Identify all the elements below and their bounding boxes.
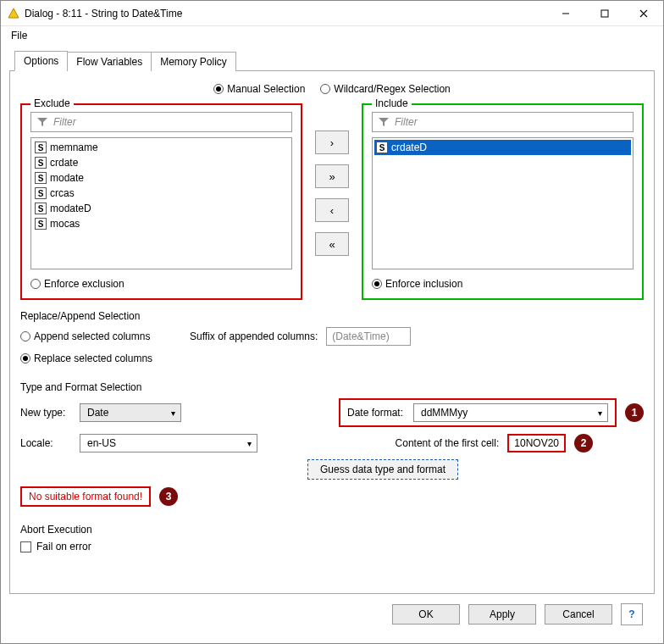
filter-icon — [378, 116, 390, 128]
new-type-combo[interactable]: Date ▾ — [80, 403, 181, 422]
annotation-1: 1 — [625, 403, 644, 422]
string-type-icon: S — [35, 218, 47, 230]
guess-format-label: Guess data type and format — [320, 464, 445, 475]
column-select-area: Exclude Filter Smemname Scrdate Smodate … — [20, 103, 644, 300]
help-icon: ? — [628, 608, 634, 620]
fail-on-error-label: Fail on error — [36, 541, 91, 552]
enforce-exclusion-label: Enforce exclusion — [44, 278, 125, 290]
maximize-button[interactable] — [585, 1, 624, 25]
exclude-list[interactable]: Smemname Scrdate Smodate Scrcas SmodateD… — [30, 137, 292, 269]
include-panel: Include Filter ScrdateD Enforce inclusio… — [362, 103, 644, 300]
radio-enforce-inclusion[interactable]: Enforce inclusion — [372, 278, 634, 290]
close-button[interactable] — [624, 1, 663, 25]
ok-label: OK — [418, 608, 433, 620]
double-chevron-left-icon: « — [329, 238, 335, 251]
radio-dot-icon — [372, 279, 382, 289]
apply-label: Apply — [490, 608, 515, 620]
move-all-right-button[interactable]: » — [315, 164, 349, 188]
radio-enforce-exclusion[interactable]: Enforce exclusion — [30, 278, 292, 290]
abort-legend: Abort Execution — [20, 524, 644, 536]
ok-button[interactable]: OK — [392, 604, 460, 625]
radio-manual-selection[interactable]: Manual Selection — [213, 83, 305, 95]
locale-combo[interactable]: en-US ▾ — [80, 434, 257, 452]
list-item[interactable]: Smocas — [33, 216, 290, 231]
first-cell-label: Content of the first cell: — [396, 437, 500, 449]
radio-wildcard-selection[interactable]: Wildcard/Regex Selection — [320, 83, 450, 95]
string-type-icon: S — [35, 203, 47, 214]
exclude-legend: Exclude — [30, 97, 74, 109]
content-area: Options Flow Variables Memory Policy Man… — [1, 45, 663, 643]
help-button[interactable]: ? — [621, 603, 643, 625]
radio-wildcard-label: Wildcard/Regex Selection — [334, 83, 450, 95]
abort-section: Abort Execution Fail on error — [20, 524, 644, 559]
apply-button[interactable]: Apply — [468, 604, 536, 625]
type-format-section: Type and Format Selection New type: Date… — [20, 381, 644, 514]
checkbox-icon — [20, 541, 31, 552]
exclude-filter-placeholder: Filter — [53, 116, 76, 128]
list-item-label: crdate — [50, 157, 78, 169]
move-left-button[interactable]: ‹ — [315, 198, 349, 222]
new-type-value: Date — [87, 407, 171, 419]
move-right-button[interactable]: › — [315, 130, 349, 154]
svg-marker-5 — [37, 118, 47, 126]
string-type-icon: S — [35, 157, 47, 169]
svg-rect-2 — [601, 10, 608, 17]
include-filter-input[interactable]: Filter — [372, 112, 634, 132]
annotation-3: 3 — [159, 487, 178, 506]
move-buttons-column: › » ‹ « — [311, 103, 353, 300]
string-type-icon: S — [376, 142, 388, 153]
fail-on-error-checkbox[interactable]: Fail on error — [20, 541, 91, 552]
type-format-legend: Type and Format Selection — [20, 381, 644, 393]
date-format-value: ddMMMyy — [421, 407, 598, 419]
list-item[interactable]: Smemname — [33, 140, 290, 155]
list-item[interactable]: SmodateD — [33, 201, 290, 216]
suffix-input[interactable]: (Date&Time) — [326, 327, 411, 346]
exclude-filter-input[interactable]: Filter — [30, 112, 292, 132]
window-controls — [546, 1, 663, 25]
list-item[interactable]: ScrdateD — [374, 140, 631, 155]
cancel-label: Cancel — [562, 608, 594, 620]
exclude-panel: Exclude Filter Smemname Scrdate Smodate … — [20, 103, 302, 300]
minimize-button[interactable] — [546, 1, 585, 25]
list-item[interactable]: Scrdate — [33, 155, 290, 170]
include-list[interactable]: ScrdateD — [372, 137, 634, 269]
chevron-left-icon: ‹ — [330, 204, 334, 217]
tab-options[interactable]: Options — [14, 51, 68, 71]
list-item[interactable]: Scrcas — [33, 186, 290, 201]
tab-flow-variables[interactable]: Flow Variables — [67, 52, 152, 71]
cancel-button[interactable]: Cancel — [545, 604, 612, 625]
selection-mode-row: Manual Selection Wildcard/Regex Selectio… — [20, 83, 644, 95]
string-type-icon: S — [35, 172, 47, 184]
replace-label: Replace selected columns — [34, 353, 152, 364]
radio-dot-icon — [320, 84, 330, 94]
date-format-combo[interactable]: ddMMMyy ▾ — [413, 403, 608, 422]
enforce-inclusion-label: Enforce inclusion — [385, 278, 462, 290]
string-type-icon: S — [35, 142, 47, 153]
list-item-label: modate — [50, 172, 84, 184]
chevron-down-icon: ▾ — [171, 408, 175, 418]
radio-replace-columns[interactable]: Replace selected columns — [20, 353, 152, 364]
radio-manual-label: Manual Selection — [227, 83, 305, 95]
error-message: No suitable format found! — [20, 486, 151, 507]
titlebar: Dialog - 8:11 - String to Date&Time — [1, 1, 663, 26]
first-cell-value: 10NOV20 — [507, 434, 566, 452]
menubar: File — [1, 26, 663, 45]
suffix-label: Suffix of appended columns: — [190, 330, 318, 342]
suffix-placeholder: (Date&Time) — [332, 330, 390, 342]
menu-file[interactable]: File — [6, 28, 32, 43]
radio-dot-icon — [213, 84, 224, 94]
tab-memory-policy[interactable]: Memory Policy — [151, 52, 236, 71]
new-type-label: New type: — [20, 407, 71, 419]
guess-format-button[interactable]: Guess data type and format — [307, 459, 458, 480]
svg-marker-0 — [8, 8, 19, 18]
list-item-label: memname — [50, 142, 98, 153]
radio-append-columns[interactable]: Append selected columns — [20, 330, 181, 342]
list-item-label: modateD — [50, 203, 91, 214]
filter-icon — [36, 116, 48, 128]
list-item-label: crcas — [50, 187, 75, 199]
radio-dot-icon — [20, 331, 30, 341]
list-item[interactable]: Smodate — [33, 170, 290, 186]
replace-append-section: Replace/Append Selection Append selected… — [20, 310, 644, 371]
string-type-icon: S — [35, 187, 47, 199]
move-all-left-button[interactable]: « — [315, 232, 349, 256]
